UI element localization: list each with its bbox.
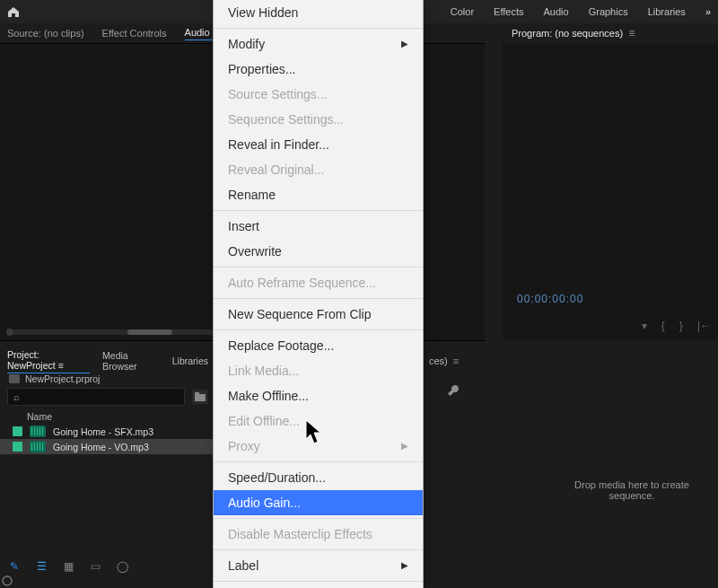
svg-rect-1 [195, 392, 199, 395]
menu-separator [214, 298, 423, 299]
panel-menu-icon[interactable]: ≡ [453, 355, 459, 366]
menu-item-make-subclip: Make Subclip... [214, 584, 423, 588]
menu-item-sequence-settings: Sequence Settings... [214, 107, 423, 132]
audio-clip-icon [30, 441, 46, 452]
svg-rect-0 [195, 394, 206, 401]
menu-item-label: Label [228, 555, 258, 576]
menu-item-insert[interactable]: Insert [214, 214, 423, 239]
freeform-view-icon[interactable]: ▭ [88, 559, 102, 574]
project-panel: Project: NewProject ≡ Media Browser Libr… [0, 352, 215, 588]
menu-item-overwrite[interactable]: Overwrite [214, 239, 423, 264]
submenu-arrow-icon: ▶ [401, 33, 408, 55]
list-view-icon[interactable]: ☰ [34, 559, 48, 574]
new-bin-icon[interactable] [192, 390, 208, 404]
workspace-graphics[interactable]: Graphics [589, 6, 628, 17]
menu-item-view-hidden[interactable]: View Hidden [214, 0, 423, 25]
menu-item-speed-duration[interactable]: Speed/Duration... [214, 465, 423, 490]
menu-item-source-settings: Source Settings... [214, 82, 423, 107]
menu-separator [214, 28, 423, 29]
menu-item-label: Overwrite [228, 241, 282, 262]
wrench-icon[interactable] [447, 384, 460, 399]
panel-menu-icon[interactable]: ≡ [628, 27, 635, 39]
scroll-handle-left-icon[interactable] [6, 329, 13, 336]
menu-item-modify[interactable]: Modify▶ [214, 31, 423, 57]
label-swatch-icon [13, 426, 22, 436]
panel-menu-icon[interactable]: ≡ [58, 360, 64, 371]
program-monitor: 00:00:00:00 ▾ { } |← [503, 43, 718, 339]
list-item[interactable]: Going Home - SFX.mp3 [0, 424, 215, 439]
menu-item-label: New Sequence From Clip [228, 303, 372, 325]
search-input[interactable]: ⌕ [7, 388, 185, 406]
tab-program[interactable]: Program: (no sequences) [512, 28, 623, 39]
workspace-effects[interactable]: Effects [494, 6, 523, 17]
menu-item-reveal-in-finder[interactable]: Reveal in Finder... [214, 132, 423, 157]
menu-item-disable-masterclip-effects: Disable Masterclip Effects [214, 522, 423, 547]
mark-in-icon[interactable]: ▾ [642, 320, 647, 332]
workspace-color[interactable]: Color [451, 6, 474, 17]
menu-item-link-media: Link Media... [214, 358, 423, 383]
tab-effect-controls[interactable]: Effect Controls [102, 28, 167, 39]
workspace-overflow-icon[interactable]: » [705, 6, 711, 17]
timeline-tab-label[interactable]: ces) [429, 355, 448, 366]
program-panel: Program: (no sequences) ≡ 00:00:00:00 ▾ … [503, 23, 718, 339]
zoom-slider-handle[interactable]: ◯ [115, 559, 129, 574]
step-back-icon[interactable]: |← [697, 320, 711, 332]
menu-item-label: Modify [228, 33, 265, 55]
menu-item-label: Sequence Settings... [228, 109, 344, 130]
menu-item-rename[interactable]: Rename [214, 182, 423, 207]
list-item[interactable]: Going Home - VO.mp3 [0, 439, 215, 454]
scroll-thumb[interactable] [127, 329, 172, 335]
submenu-arrow-icon: ▶ [401, 555, 408, 576]
menu-item-audio-gain[interactable]: Audio Gain... [214, 490, 423, 515]
menu-item-label: Reveal in Finder... [228, 134, 329, 155]
menu-item-auto-reframe-sequence: Auto Reframe Sequence... [214, 270, 423, 295]
home-icon[interactable] [7, 6, 20, 18]
menu-item-label: View Hidden [228, 2, 298, 23]
column-header-name[interactable]: Name [0, 408, 215, 424]
workspace-audio[interactable]: Audio [544, 6, 569, 17]
menu-item-label: Auto Reframe Sequence... [228, 272, 376, 294]
tab-project-label: Project: NewProject [7, 349, 56, 371]
menu-separator [214, 267, 423, 268]
menu-item-label: Speed/Duration... [228, 467, 326, 488]
menu-item-new-sequence-from-clip[interactable]: New Sequence From Clip [214, 302, 423, 327]
menu-item-label: Edit Offline... [228, 410, 300, 432]
clip-name: Going Home - VO.mp3 [53, 442, 149, 452]
menu-item-label: Rename [228, 184, 276, 206]
search-icon: ⌕ [13, 391, 20, 402]
menu-item-label: Insert [228, 215, 259, 237]
menu-separator [214, 581, 423, 582]
label-swatch-icon [13, 442, 22, 452]
menu-item-make-offline[interactable]: Make Offline... [214, 383, 423, 408]
menu-item-label: Make Offline... [228, 385, 309, 407]
menu-item-label: Properties... [228, 58, 295, 80]
menu-item-reveal-original: Reveal Original... [214, 157, 423, 182]
menu-item-label: Audio Gain... [228, 492, 301, 513]
menu-item-label: Link Media... [228, 360, 299, 382]
clip-name: Going Home - SFX.mp3 [53, 426, 153, 437]
tab-source[interactable]: Source: (no clips) [7, 28, 84, 39]
sync-icon [2, 575, 13, 586]
tab-libraries[interactable]: Libraries [172, 355, 208, 366]
menu-separator [214, 549, 423, 550]
tab-project[interactable]: Project: NewProject ≡ [7, 349, 90, 373]
icon-view-icon[interactable]: ▦ [61, 559, 75, 574]
context-menu: View HiddenModify▶Properties...Source Se… [213, 0, 424, 588]
menu-item-properties[interactable]: Properties... [214, 57, 423, 82]
menu-item-label: Proxy [228, 435, 260, 457]
bracket-out-icon[interactable]: } [679, 320, 683, 332]
bin-icon [9, 374, 20, 383]
menu-item-label: Disable Masterclip Effects [228, 523, 372, 545]
menu-item-proxy: Proxy▶ [214, 434, 423, 459]
menu-item-replace-footage[interactable]: Replace Footage... [214, 333, 423, 358]
audio-clip-icon [30, 426, 46, 437]
menu-separator [214, 210, 423, 211]
breadcrumb-label: NewProject.prproj [25, 373, 100, 384]
bracket-in-icon[interactable]: { [661, 320, 665, 332]
tab-media-browser[interactable]: Media Browser [102, 350, 160, 372]
lock-write-icon[interactable]: ✎ [7, 559, 22, 574]
timeline-empty-text: Drop media here to create sequence. [555, 479, 709, 501]
menu-item-label[interactable]: Label▶ [214, 553, 423, 578]
timeline-panel: ces) ≡ Drop media here to create sequenc… [420, 352, 718, 588]
workspace-libraries[interactable]: Libraries [648, 6, 686, 17]
